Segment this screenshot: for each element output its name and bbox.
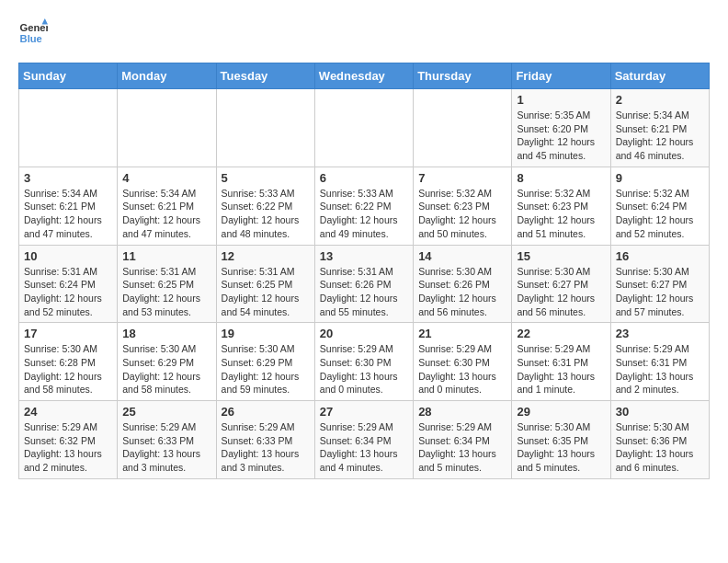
calendar-cell: 24Sunrise: 5:29 AM Sunset: 6:32 PM Dayli…	[19, 401, 118, 479]
calendar-cell: 15Sunrise: 5:30 AM Sunset: 6:27 PM Dayli…	[512, 245, 610, 323]
day-number: 27	[320, 405, 408, 419]
logo-icon: General Blue	[18, 18, 48, 48]
day-info: Sunrise: 5:34 AM Sunset: 6:21 PM Dayligh…	[24, 187, 112, 241]
day-info: Sunrise: 5:31 AM Sunset: 6:26 PM Dayligh…	[320, 265, 408, 319]
calendar-cell: 29Sunrise: 5:30 AM Sunset: 6:35 PM Dayli…	[512, 401, 610, 479]
calendar-cell: 6Sunrise: 5:33 AM Sunset: 6:22 PM Daylig…	[314, 167, 413, 245]
calendar-cell: 30Sunrise: 5:30 AM Sunset: 6:36 PM Dayli…	[610, 401, 709, 479]
calendar-cell: 1Sunrise: 5:35 AM Sunset: 6:20 PM Daylig…	[512, 89, 610, 167]
calendar-cell: 7Sunrise: 5:32 AM Sunset: 6:23 PM Daylig…	[414, 167, 512, 245]
calendar-cell: 4Sunrise: 5:34 AM Sunset: 6:21 PM Daylig…	[118, 167, 216, 245]
day-info: Sunrise: 5:29 AM Sunset: 6:33 PM Dayligh…	[122, 420, 210, 475]
day-number: 25	[122, 405, 210, 419]
day-number: 14	[418, 249, 506, 263]
day-number: 11	[122, 249, 210, 263]
calendar-cell: 9Sunrise: 5:32 AM Sunset: 6:24 PM Daylig…	[610, 167, 709, 245]
day-number: 21	[418, 327, 506, 340]
weekday-header-friday: Friday	[512, 63, 610, 89]
day-number: 15	[517, 249, 605, 263]
calendar-table: SundayMondayTuesdayWednesdayThursdayFrid…	[18, 63, 710, 479]
calendar-cell	[118, 89, 216, 167]
weekday-header-thursday: Thursday	[414, 63, 512, 89]
calendar-cell: 18Sunrise: 5:30 AM Sunset: 6:29 PM Dayli…	[118, 323, 216, 401]
weekday-header-sunday: Sunday	[19, 63, 118, 89]
calendar-cell: 12Sunrise: 5:31 AM Sunset: 6:25 PM Dayli…	[216, 245, 314, 323]
day-info: Sunrise: 5:34 AM Sunset: 6:21 PM Dayligh…	[616, 109, 704, 163]
day-number: 16	[616, 249, 704, 263]
day-info: Sunrise: 5:29 AM Sunset: 6:31 PM Dayligh…	[517, 342, 605, 396]
day-number: 10	[24, 249, 112, 263]
calendar-cell: 17Sunrise: 5:30 AM Sunset: 6:28 PM Dayli…	[19, 323, 118, 401]
calendar-cell	[216, 89, 314, 167]
calendar-cell: 2Sunrise: 5:34 AM Sunset: 6:21 PM Daylig…	[610, 89, 709, 167]
day-info: Sunrise: 5:31 AM Sunset: 6:25 PM Dayligh…	[122, 265, 210, 319]
day-info: Sunrise: 5:33 AM Sunset: 6:22 PM Dayligh…	[222, 187, 310, 241]
weekday-header-monday: Monday	[118, 63, 216, 89]
calendar-cell: 26Sunrise: 5:29 AM Sunset: 6:33 PM Dayli…	[216, 401, 314, 479]
calendar-cell	[19, 89, 118, 167]
day-info: Sunrise: 5:35 AM Sunset: 6:20 PM Dayligh…	[517, 109, 605, 163]
weekday-header-saturday: Saturday	[610, 63, 709, 89]
day-info: Sunrise: 5:29 AM Sunset: 6:34 PM Dayligh…	[320, 420, 408, 475]
day-info: Sunrise: 5:32 AM Sunset: 6:23 PM Dayligh…	[517, 187, 605, 241]
day-info: Sunrise: 5:29 AM Sunset: 6:30 PM Dayligh…	[320, 342, 408, 396]
day-number: 30	[616, 405, 704, 419]
day-info: Sunrise: 5:29 AM Sunset: 6:32 PM Dayligh…	[24, 420, 112, 475]
day-info: Sunrise: 5:33 AM Sunset: 6:22 PM Dayligh…	[320, 187, 408, 241]
day-info: Sunrise: 5:29 AM Sunset: 6:30 PM Dayligh…	[418, 342, 506, 396]
day-info: Sunrise: 5:30 AM Sunset: 6:27 PM Dayligh…	[517, 265, 605, 319]
day-number: 1	[517, 93, 605, 107]
weekday-header-wednesday: Wednesday	[314, 63, 413, 89]
calendar-cell: 13Sunrise: 5:31 AM Sunset: 6:26 PM Dayli…	[314, 245, 413, 323]
calendar-cell: 19Sunrise: 5:30 AM Sunset: 6:29 PM Dayli…	[216, 323, 314, 401]
day-number: 12	[222, 249, 310, 263]
svg-marker-2	[42, 18, 48, 24]
day-number: 5	[222, 171, 310, 185]
calendar-cell	[414, 89, 512, 167]
calendar-cell: 11Sunrise: 5:31 AM Sunset: 6:25 PM Dayli…	[118, 245, 216, 323]
day-number: 17	[24, 327, 112, 340]
day-info: Sunrise: 5:30 AM Sunset: 6:26 PM Dayligh…	[418, 265, 506, 319]
day-info: Sunrise: 5:34 AM Sunset: 6:21 PM Dayligh…	[122, 187, 210, 241]
weekday-header-tuesday: Tuesday	[216, 63, 314, 89]
day-info: Sunrise: 5:30 AM Sunset: 6:29 PM Dayligh…	[122, 342, 210, 396]
day-info: Sunrise: 5:32 AM Sunset: 6:24 PM Dayligh…	[616, 187, 704, 241]
calendar-cell: 22Sunrise: 5:29 AM Sunset: 6:31 PM Dayli…	[512, 323, 610, 401]
day-info: Sunrise: 5:32 AM Sunset: 6:23 PM Dayligh…	[418, 187, 506, 241]
day-info: Sunrise: 5:29 AM Sunset: 6:31 PM Dayligh…	[616, 342, 704, 396]
day-info: Sunrise: 5:30 AM Sunset: 6:28 PM Dayligh…	[24, 342, 112, 396]
day-info: Sunrise: 5:30 AM Sunset: 6:35 PM Dayligh…	[517, 420, 605, 475]
calendar-cell: 5Sunrise: 5:33 AM Sunset: 6:22 PM Daylig…	[216, 167, 314, 245]
day-number: 23	[616, 327, 704, 340]
day-number: 22	[517, 327, 605, 340]
day-number: 13	[320, 249, 408, 263]
svg-text:Blue: Blue	[20, 33, 42, 44]
day-info: Sunrise: 5:30 AM Sunset: 6:27 PM Dayligh…	[616, 265, 704, 319]
day-number: 28	[418, 405, 506, 419]
calendar-cell: 28Sunrise: 5:29 AM Sunset: 6:34 PM Dayli…	[414, 401, 512, 479]
header: General Blue	[18, 18, 710, 48]
day-number: 4	[122, 171, 210, 185]
day-number: 2	[616, 93, 704, 107]
calendar-cell: 25Sunrise: 5:29 AM Sunset: 6:33 PM Dayli…	[118, 401, 216, 479]
calendar-cell: 8Sunrise: 5:32 AM Sunset: 6:23 PM Daylig…	[512, 167, 610, 245]
day-number: 19	[222, 327, 310, 340]
day-number: 24	[24, 405, 112, 419]
calendar-cell: 23Sunrise: 5:29 AM Sunset: 6:31 PM Dayli…	[610, 323, 709, 401]
day-number: 18	[122, 327, 210, 340]
calendar-cell: 20Sunrise: 5:29 AM Sunset: 6:30 PM Dayli…	[314, 323, 413, 401]
day-number: 6	[320, 171, 408, 185]
calendar-cell: 14Sunrise: 5:30 AM Sunset: 6:26 PM Dayli…	[414, 245, 512, 323]
day-info: Sunrise: 5:30 AM Sunset: 6:36 PM Dayligh…	[616, 420, 704, 475]
logo: General Blue	[18, 18, 48, 48]
calendar-cell: 3Sunrise: 5:34 AM Sunset: 6:21 PM Daylig…	[19, 167, 118, 245]
day-info: Sunrise: 5:29 AM Sunset: 6:34 PM Dayligh…	[418, 420, 506, 475]
calendar-cell: 21Sunrise: 5:29 AM Sunset: 6:30 PM Dayli…	[414, 323, 512, 401]
day-info: Sunrise: 5:31 AM Sunset: 6:24 PM Dayligh…	[24, 265, 112, 319]
day-number: 8	[517, 171, 605, 185]
calendar-cell: 27Sunrise: 5:29 AM Sunset: 6:34 PM Dayli…	[314, 401, 413, 479]
day-info: Sunrise: 5:31 AM Sunset: 6:25 PM Dayligh…	[222, 265, 310, 319]
day-number: 29	[517, 405, 605, 419]
day-number: 20	[320, 327, 408, 340]
calendar-cell	[314, 89, 413, 167]
